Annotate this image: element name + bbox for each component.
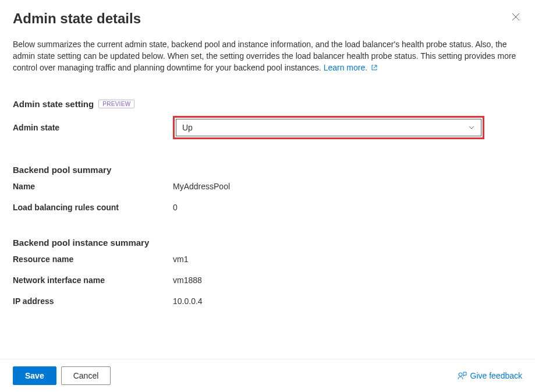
close-button[interactable]: [509, 10, 522, 25]
description-body: Below summarizes the current admin state…: [13, 40, 516, 72]
feedback-icon: [458, 371, 467, 380]
footer-bar: Save Cancel Give feedback: [0, 359, 535, 392]
ip-address-label: IP address: [13, 296, 173, 306]
ip-address-value: 10.0.0.4: [173, 296, 203, 306]
table-row: Network interface name vm1888: [13, 276, 522, 285]
svg-point-0: [459, 373, 462, 376]
table-row: Name MyAddressPool: [13, 182, 522, 191]
nic-name-value: vm1888: [173, 276, 202, 285]
give-feedback-label: Give feedback: [470, 371, 523, 380]
backend-pool-name-label: Name: [13, 182, 173, 191]
save-button[interactable]: Save: [13, 366, 56, 385]
lb-rules-count-value: 0: [173, 203, 178, 212]
admin-state-dropdown-value: Up: [182, 123, 193, 132]
lb-rules-count-label: Load balancing rules count: [13, 203, 173, 212]
backend-pool-name-value: MyAddressPool: [173, 182, 230, 191]
preview-badge: PREVIEW: [98, 100, 134, 108]
give-feedback-link[interactable]: Give feedback: [458, 371, 523, 380]
section-heading-instance: Backend pool instance summary: [13, 238, 522, 248]
table-row: IP address 10.0.0.4: [13, 296, 522, 306]
learn-more-label: Learn more.: [324, 63, 367, 72]
cancel-button[interactable]: Cancel: [61, 366, 111, 385]
section-heading-backend-pool: Backend pool summary: [13, 165, 522, 175]
chevron-down-icon: [468, 124, 475, 131]
resource-name-value: vm1: [173, 255, 188, 264]
admin-state-dropdown-highlight: Up: [173, 116, 484, 139]
learn-more-link[interactable]: Learn more.: [324, 63, 378, 72]
resource-name-label: Resource name: [13, 255, 173, 264]
table-row: Load balancing rules count 0: [13, 203, 522, 212]
nic-name-label: Network interface name: [13, 276, 173, 285]
page-title: Admin state details: [13, 10, 141, 27]
section-heading-admin-state: Admin state setting PREVIEW: [13, 99, 522, 109]
section-heading-admin-state-label: Admin state setting: [13, 99, 94, 109]
admin-state-label: Admin state: [13, 123, 173, 132]
close-icon: [512, 13, 520, 21]
table-row: Resource name vm1: [13, 255, 522, 264]
admin-state-dropdown[interactable]: Up: [176, 119, 481, 136]
description-text: Below summarizes the current admin state…: [13, 38, 522, 73]
external-link-icon: [371, 64, 378, 71]
